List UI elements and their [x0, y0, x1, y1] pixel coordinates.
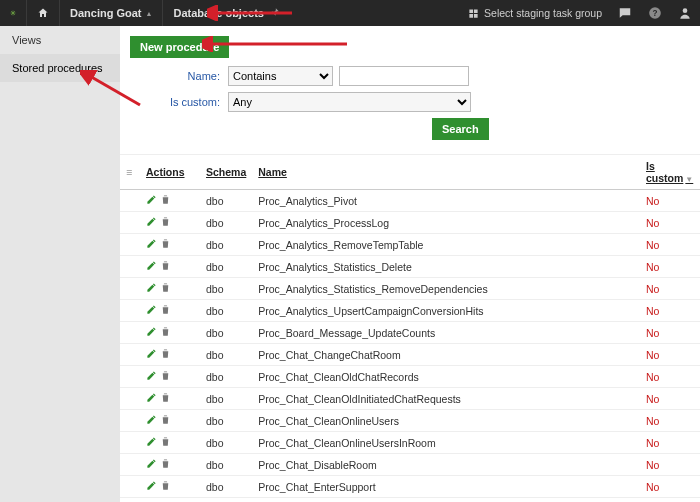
- chat-icon[interactable]: [610, 0, 640, 26]
- table-row: dboProc_Chat_CleanOnlineUsersNo: [120, 410, 700, 432]
- cell-name: Proc_Chat_CleanOldChatRecords: [252, 366, 640, 388]
- edit-icon[interactable]: [146, 458, 158, 470]
- delete-icon[interactable]: [160, 348, 172, 360]
- delete-icon[interactable]: [160, 480, 172, 492]
- edit-icon[interactable]: [146, 436, 158, 448]
- user-icon[interactable]: [670, 0, 700, 26]
- cell-schema: dbo: [200, 212, 252, 234]
- edit-icon[interactable]: [146, 392, 158, 404]
- cell-iscustom: No: [640, 454, 700, 476]
- svg-point-6: [683, 8, 688, 13]
- sidebar-item-stored-procedures[interactable]: Stored procedures: [0, 54, 120, 82]
- cell-iscustom: No: [640, 432, 700, 454]
- cell-name: Proc_Chat_EnterSupport: [252, 476, 640, 498]
- table-row: dboProc_Chat_EnterSupportNo: [120, 476, 700, 498]
- table-row: dboProc_Chat_ChangeChatRoomNo: [120, 344, 700, 366]
- chevron-down-icon: ▲: [146, 10, 153, 17]
- cell-iscustom: No: [640, 300, 700, 322]
- staging-task-group-label: Select staging task group: [484, 7, 602, 19]
- cell-schema: dbo: [200, 476, 252, 498]
- table-row: dboProc_Chat_CleanOldInitiatedChatReques…: [120, 388, 700, 410]
- edit-icon[interactable]: [146, 370, 158, 382]
- cell-name: Proc_Board_Message_UpdateCounts: [252, 322, 640, 344]
- cell-schema: dbo: [200, 234, 252, 256]
- app-logo-icon[interactable]: [0, 0, 26, 26]
- delete-icon[interactable]: [160, 458, 172, 470]
- table-row: dboProc_Chat_IncreaseChatAdminLevelNo: [120, 498, 700, 503]
- cell-schema: dbo: [200, 498, 252, 503]
- cell-name: Proc_Chat_CleanOnlineUsers: [252, 410, 640, 432]
- cell-iscustom: No: [640, 278, 700, 300]
- top-bar: Dancing Goat ▲ Database objects Select s…: [0, 0, 700, 26]
- edit-icon[interactable]: [146, 348, 158, 360]
- edit-icon[interactable]: [146, 216, 158, 228]
- table-row: dboProc_Analytics_PivotNo: [120, 190, 700, 212]
- cell-name: Proc_Chat_ChangeChatRoom: [252, 344, 640, 366]
- cell-iscustom: No: [640, 234, 700, 256]
- staging-task-group[interactable]: Select staging task group: [460, 0, 610, 26]
- cell-schema: dbo: [200, 256, 252, 278]
- edit-icon[interactable]: [146, 194, 158, 206]
- filter-iscustom-label: Is custom:: [130, 96, 220, 108]
- delete-icon[interactable]: [160, 436, 172, 448]
- cell-name: Proc_Analytics_Statistics_Delete: [252, 256, 640, 278]
- edit-icon[interactable]: [146, 282, 158, 294]
- table-row: dboProc_Analytics_ProcessLogNo: [120, 212, 700, 234]
- edit-icon[interactable]: [146, 260, 158, 272]
- home-icon[interactable]: [27, 0, 59, 26]
- col-schema[interactable]: Schema: [200, 155, 252, 190]
- breadcrumb-module[interactable]: Database objects: [163, 0, 289, 26]
- search-button[interactable]: Search: [432, 118, 489, 140]
- cell-schema: dbo: [200, 454, 252, 476]
- filter-name-value[interactable]: [339, 66, 469, 86]
- cell-name: Proc_Analytics_Pivot: [252, 190, 640, 212]
- filter-name-label: Name:: [130, 70, 220, 82]
- delete-icon[interactable]: [160, 282, 172, 294]
- sidebar-item-views[interactable]: Views: [0, 26, 120, 54]
- col-actions[interactable]: Actions: [140, 155, 200, 190]
- delete-icon[interactable]: [160, 326, 172, 338]
- col-iscustom[interactable]: Is custom▼: [640, 155, 700, 190]
- filter-name-operator[interactable]: Contains: [228, 66, 333, 86]
- edit-icon[interactable]: [146, 414, 158, 426]
- table-row: dboProc_Analytics_RemoveTempTableNo: [120, 234, 700, 256]
- cell-name: Proc_Chat_CleanOnlineUsersInRoom: [252, 432, 640, 454]
- cell-schema: dbo: [200, 190, 252, 212]
- procedures-table-wrapper: ≡ Actions Schema Name Is custom▼ dboProc…: [120, 154, 700, 502]
- delete-icon[interactable]: [160, 238, 172, 250]
- breadcrumb-module-label: Database objects: [173, 7, 263, 19]
- edit-icon[interactable]: [146, 304, 158, 316]
- cell-iscustom: No: [640, 498, 700, 503]
- sidebar: ViewsStored procedures: [0, 26, 120, 502]
- delete-icon[interactable]: [160, 216, 172, 228]
- col-name[interactable]: Name: [252, 155, 640, 190]
- cell-iscustom: No: [640, 410, 700, 432]
- help-icon[interactable]: ?: [640, 0, 670, 26]
- new-procedure-button[interactable]: New procedure: [130, 36, 229, 58]
- svg-text:?: ?: [653, 9, 658, 18]
- delete-icon[interactable]: [160, 260, 172, 272]
- cell-name: Proc_Analytics_RemoveTempTable: [252, 234, 640, 256]
- cell-name: Proc_Chat_IncreaseChatAdminLevel: [252, 498, 640, 503]
- delete-icon[interactable]: [160, 304, 172, 316]
- delete-icon[interactable]: [160, 370, 172, 382]
- breadcrumb-site[interactable]: Dancing Goat ▲: [60, 0, 162, 26]
- procedures-table: ≡ Actions Schema Name Is custom▼ dboProc…: [120, 155, 700, 502]
- table-row: dboProc_Chat_CleanOnlineUsersInRoomNo: [120, 432, 700, 454]
- cell-schema: dbo: [200, 344, 252, 366]
- delete-icon[interactable]: [160, 392, 172, 404]
- cell-schema: dbo: [200, 366, 252, 388]
- filter-panel: Name: Contains Is custom: Any Search: [120, 64, 700, 154]
- col-selector-icon[interactable]: ≡: [120, 155, 140, 190]
- filter-iscustom-select[interactable]: Any: [228, 92, 471, 112]
- cell-schema: dbo: [200, 300, 252, 322]
- delete-icon[interactable]: [160, 194, 172, 206]
- cell-iscustom: No: [640, 366, 700, 388]
- edit-icon[interactable]: [146, 326, 158, 338]
- cell-iscustom: No: [640, 344, 700, 366]
- edit-icon[interactable]: [146, 238, 158, 250]
- breadcrumb-site-label: Dancing Goat: [70, 7, 142, 19]
- pin-icon[interactable]: [270, 7, 280, 19]
- delete-icon[interactable]: [160, 414, 172, 426]
- edit-icon[interactable]: [146, 480, 158, 492]
